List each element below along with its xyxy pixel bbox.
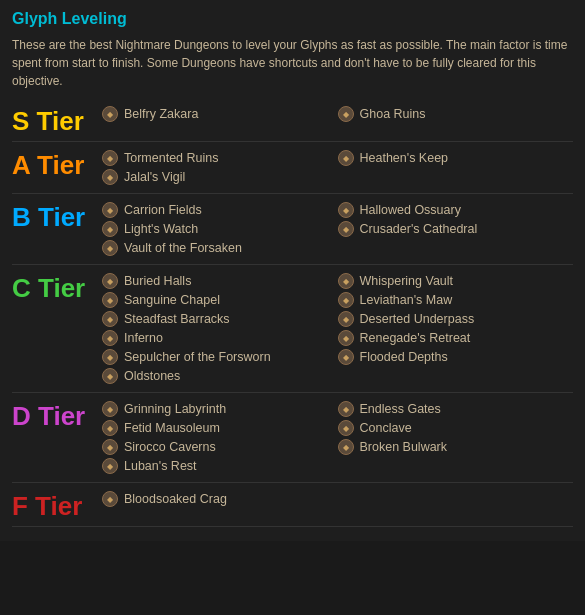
tier-right-col-f <box>338 487 574 511</box>
dungeon-name: Sanguine Chapel <box>124 293 220 307</box>
tier-label-c: C Tier <box>12 269 102 304</box>
dungeon-icon: ◆ <box>102 491 118 507</box>
dungeon-icon: ◆ <box>338 202 354 218</box>
tier-right-col-c: ◆Whispering Vault◆Leviathan's Maw◆Desert… <box>338 269 574 388</box>
dungeon-icon: ◆ <box>102 311 118 327</box>
dungeon-item: ◆Heathen's Keep <box>338 150 574 166</box>
tier-right-col-s: ◆Ghoa Ruins <box>338 102 574 126</box>
dungeon-item: ◆Oldstones <box>102 368 338 384</box>
dungeon-icon: ◆ <box>102 420 118 436</box>
dungeon-icon: ◆ <box>102 458 118 474</box>
tier-section-a: A Tier◆Tormented Ruins◆Jalal's Vigil◆Hea… <box>12 146 573 194</box>
dungeon-item: ◆Buried Halls <box>102 273 338 289</box>
dungeon-icon: ◆ <box>102 439 118 455</box>
tier-right-col-d: ◆Endless Gates◆Conclave◆Broken Bulwark <box>338 397 574 478</box>
dungeon-icon: ◆ <box>338 106 354 122</box>
dungeon-icon: ◆ <box>102 330 118 346</box>
dungeon-name: Belfry Zakara <box>124 107 198 121</box>
dungeon-item: ◆Grinning Labyrinth <box>102 401 338 417</box>
tier-label-s: S Tier <box>12 102 102 137</box>
dungeon-icon: ◆ <box>102 106 118 122</box>
dungeon-icon: ◆ <box>338 330 354 346</box>
dungeon-name: Deserted Underpass <box>360 312 475 326</box>
dungeon-item: ◆Sepulcher of the Forsworn <box>102 349 338 365</box>
tier-section-s: S Tier◆Belfry Zakara◆Ghoa Ruins <box>12 102 573 142</box>
dungeon-item: ◆Crusader's Cathedral <box>338 221 574 237</box>
dungeon-icon: ◆ <box>102 202 118 218</box>
dungeon-icon: ◆ <box>102 273 118 289</box>
tier-left-col-c: ◆Buried Halls◆Sanguine Chapel◆Steadfast … <box>102 269 338 388</box>
dungeon-name: Light's Watch <box>124 222 198 236</box>
page-container: Glyph Leveling These are the best Nightm… <box>0 0 585 541</box>
intro-text: These are the best Nightmare Dungeons to… <box>12 36 573 90</box>
dungeon-item: ◆Endless Gates <box>338 401 574 417</box>
tier-section-b: B Tier◆Carrion Fields◆Light's Watch◆Vaul… <box>12 198 573 265</box>
dungeon-name: Tormented Ruins <box>124 151 219 165</box>
dungeon-item: ◆Ghoa Ruins <box>338 106 574 122</box>
tier-content-c: ◆Buried Halls◆Sanguine Chapel◆Steadfast … <box>102 269 573 388</box>
tier-label-f: F Tier <box>12 487 102 522</box>
dungeon-item: ◆Tormented Ruins <box>102 150 338 166</box>
dungeon-name: Fetid Mausoleum <box>124 421 220 435</box>
dungeon-item: ◆Flooded Depths <box>338 349 574 365</box>
dungeon-name: Sirocco Caverns <box>124 440 216 454</box>
tier-section-d: D Tier◆Grinning Labyrinth◆Fetid Mausoleu… <box>12 397 573 483</box>
dungeon-name: Vault of the Forsaken <box>124 241 242 255</box>
dungeon-item: ◆Steadfast Barracks <box>102 311 338 327</box>
dungeon-name: Steadfast Barracks <box>124 312 230 326</box>
tier-left-col-s: ◆Belfry Zakara <box>102 102 338 126</box>
dungeon-item: ◆Fetid Mausoleum <box>102 420 338 436</box>
dungeon-icon: ◆ <box>338 150 354 166</box>
dungeon-name: Ghoa Ruins <box>360 107 426 121</box>
dungeon-icon: ◆ <box>338 349 354 365</box>
dungeon-icon: ◆ <box>338 273 354 289</box>
tier-label-d: D Tier <box>12 397 102 432</box>
dungeon-name: Jalal's Vigil <box>124 170 185 184</box>
dungeon-item: ◆Light's Watch <box>102 221 338 237</box>
tier-content-s: ◆Belfry Zakara◆Ghoa Ruins <box>102 102 573 126</box>
dungeon-name: Conclave <box>360 421 412 435</box>
dungeon-name: Luban's Rest <box>124 459 197 473</box>
tier-left-col-b: ◆Carrion Fields◆Light's Watch◆Vault of t… <box>102 198 338 260</box>
tier-label-a: A Tier <box>12 146 102 181</box>
dungeon-name: Heathen's Keep <box>360 151 449 165</box>
dungeon-icon: ◆ <box>102 150 118 166</box>
dungeon-item: ◆Luban's Rest <box>102 458 338 474</box>
dungeon-item: ◆Bloodsoaked Crag <box>102 491 338 507</box>
dungeon-icon: ◆ <box>102 169 118 185</box>
dungeon-item: ◆Conclave <box>338 420 574 436</box>
dungeon-item: ◆Whispering Vault <box>338 273 574 289</box>
dungeon-item: ◆Hallowed Ossuary <box>338 202 574 218</box>
dungeon-icon: ◆ <box>338 311 354 327</box>
dungeon-item: ◆Inferno <box>102 330 338 346</box>
tier-right-col-b: ◆Hallowed Ossuary◆Crusader's Cathedral <box>338 198 574 260</box>
tier-left-col-d: ◆Grinning Labyrinth◆Fetid Mausoleum◆Siro… <box>102 397 338 478</box>
dungeon-icon: ◆ <box>102 240 118 256</box>
dungeon-name: Grinning Labyrinth <box>124 402 226 416</box>
dungeon-item: ◆Vault of the Forsaken <box>102 240 338 256</box>
dungeon-name: Broken Bulwark <box>360 440 448 454</box>
tier-section-f: F Tier◆Bloodsoaked Crag <box>12 487 573 527</box>
tier-content-f: ◆Bloodsoaked Crag <box>102 487 573 511</box>
tier-section-c: C Tier◆Buried Halls◆Sanguine Chapel◆Stea… <box>12 269 573 393</box>
dungeon-name: Inferno <box>124 331 163 345</box>
dungeon-item: ◆Sanguine Chapel <box>102 292 338 308</box>
dungeon-icon: ◆ <box>102 368 118 384</box>
dungeon-name: Bloodsoaked Crag <box>124 492 227 506</box>
dungeon-item: ◆Renegade's Retreat <box>338 330 574 346</box>
dungeon-icon: ◆ <box>338 420 354 436</box>
dungeon-item: ◆Carrion Fields <box>102 202 338 218</box>
dungeon-name: Carrion Fields <box>124 203 202 217</box>
dungeon-item: ◆Sirocco Caverns <box>102 439 338 455</box>
tier-right-col-a: ◆Heathen's Keep <box>338 146 574 189</box>
dungeon-name: Flooded Depths <box>360 350 448 364</box>
dungeon-icon: ◆ <box>338 439 354 455</box>
dungeon-name: Buried Halls <box>124 274 191 288</box>
dungeon-name: Oldstones <box>124 369 180 383</box>
dungeon-icon: ◆ <box>102 401 118 417</box>
dungeon-icon: ◆ <box>102 349 118 365</box>
page-title: Glyph Leveling <box>12 10 573 28</box>
tier-left-col-f: ◆Bloodsoaked Crag <box>102 487 338 511</box>
dungeon-name: Sepulcher of the Forsworn <box>124 350 271 364</box>
dungeon-name: Hallowed Ossuary <box>360 203 461 217</box>
